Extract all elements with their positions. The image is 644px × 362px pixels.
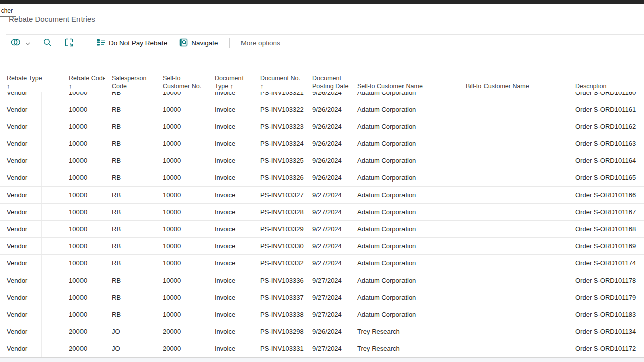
column-header-document-no[interactable]: Document No.↑ xyxy=(254,74,306,90)
cell-bill-to-customer-name xyxy=(459,101,569,118)
cell-rebate-type: Vendor xyxy=(0,118,62,135)
column-header-label: Type ↑ xyxy=(215,82,254,90)
column-header-sell-to-customer-no[interactable]: Sell-toCustomer No. xyxy=(156,74,208,90)
cell-document-type: Invoice xyxy=(208,101,254,118)
do-not-pay-rebate-button[interactable]: Do Not Pay Rebate xyxy=(96,38,167,48)
table-row[interactable]: Vendor20000JO20000InvoicePS-INV1032989/2… xyxy=(0,323,644,340)
cell-sell-to-customer-name: Adatum Corporation xyxy=(351,204,459,220)
cell-document-posting-date: 9/26/2024 xyxy=(306,323,351,340)
cell-sell-to-customer-name: Adatum Corporation xyxy=(351,221,459,237)
search-button[interactable] xyxy=(43,38,52,48)
cell-bill-to-customer-name xyxy=(459,340,569,357)
cell-document-type: Invoice xyxy=(208,118,254,135)
cell-document-type: Invoice xyxy=(208,135,254,152)
cell-sell-to-customer-no: 10000 xyxy=(156,272,208,289)
cell-document-posting-date: 9/26/2024 xyxy=(306,101,351,118)
cell-bill-to-customer-name xyxy=(459,92,569,101)
views-selector-button[interactable] xyxy=(10,38,30,48)
column-header-rebate-code[interactable]: Rebate Code↑ xyxy=(62,74,105,90)
do-not-pay-rebate-icon xyxy=(96,38,105,48)
cell-description: Order S-ORD101164 xyxy=(569,152,644,169)
table-row[interactable]: Vendor20000JO20000InvoicePS-INV1033319/2… xyxy=(0,340,644,357)
rebate-document-entries-page: cher Rebate Document Entries xyxy=(0,0,644,362)
table-row[interactable]: Vendor10000RB10000InvoicePS-INV1033289/2… xyxy=(0,204,644,221)
navigate-label: Navigate xyxy=(191,39,218,47)
cell-rebate-type: Vendor xyxy=(0,255,62,272)
cell-sell-to-customer-no: 10000 xyxy=(156,118,208,135)
cell-document-no: PS-INV103328 xyxy=(254,204,306,220)
cell-bill-to-customer-name xyxy=(459,306,569,323)
cell-document-posting-date: 9/27/2024 xyxy=(306,289,351,306)
column-header-document-type[interactable]: DocumentType ↑ xyxy=(208,74,254,90)
cell-document-no: PS-INV103331 xyxy=(254,340,306,357)
cell-salesperson-code: RB xyxy=(105,169,156,186)
tooltip-text: cher xyxy=(1,7,13,14)
cell-salesperson-code: RB xyxy=(105,101,156,118)
cell-document-posting-date: 9/26/2024 xyxy=(306,92,351,101)
cell-sell-to-customer-name: Adatum Corporation xyxy=(351,255,459,272)
cell-sell-to-customer-name: Adatum Corporation xyxy=(351,169,459,186)
table-row[interactable]: Vendor10000RB10000InvoicePS-INV1033369/2… xyxy=(0,272,644,289)
table-row[interactable]: Vendor10000RB10000InvoicePS-INV1033229/2… xyxy=(0,101,644,118)
navigate-button[interactable]: Navigate xyxy=(179,38,218,48)
more-options-button[interactable]: More options xyxy=(241,39,280,47)
cell-rebate-type: Vendor xyxy=(0,238,62,254)
table-row[interactable]: Vendor10000RB10000InvoicePS-INV1033249/2… xyxy=(0,135,644,152)
analyze-button[interactable] xyxy=(65,38,73,48)
cell-rebate-type: Vendor xyxy=(0,323,62,340)
cell-bill-to-customer-name xyxy=(459,323,569,340)
cell-rebate-code: 10000 xyxy=(62,135,105,152)
table-row[interactable]: Vendor10000RB10000InvoicePS-INV1033389/2… xyxy=(0,306,644,323)
column-header-rebate-type[interactable]: Rebate Type↑ xyxy=(0,74,62,90)
navigate-icon xyxy=(179,38,188,48)
column-header-label: Bill-to Customer Name xyxy=(466,82,569,90)
cell-document-type: Invoice xyxy=(208,289,254,306)
column-header-sell-to-customer-name[interactable]: Sell-to Customer Name xyxy=(351,74,459,90)
column-header-document-posting-date[interactable]: DocumentPosting Date xyxy=(306,74,351,90)
table-row[interactable]: Vendor10000RB10000InvoicePS-INV1033329/2… xyxy=(0,255,644,272)
cell-description: Order S-ORD101162 xyxy=(569,118,644,135)
table-row[interactable]: Vendor10000RB10000InvoicePS-INV1033269/2… xyxy=(0,169,644,187)
cell-rebate-code: 10000 xyxy=(62,101,105,118)
column-header-salesperson-code[interactable]: SalespersonCode xyxy=(105,74,156,90)
cell-document-type: Invoice xyxy=(208,255,254,272)
table-header-row: Rebate Type↑Rebate Code↑SalespersonCodeS… xyxy=(0,74,644,90)
cell-rebate-type: Vendor xyxy=(0,204,62,220)
cell-salesperson-code: RB xyxy=(105,221,156,237)
table-row[interactable]: Vendor10000RB10000InvoicePS-INV1033219/2… xyxy=(0,92,644,101)
table-row[interactable]: Vendor10000RB10000InvoicePS-INV1033379/2… xyxy=(0,289,644,306)
cell-bill-to-customer-name xyxy=(459,238,569,254)
table-row[interactable]: Vendor10000RB10000InvoicePS-INV1033299/2… xyxy=(0,221,644,238)
column-header-label: ↑ xyxy=(260,82,306,90)
cell-bill-to-customer-name xyxy=(459,135,569,152)
cell-bill-to-customer-name xyxy=(459,118,569,135)
cell-description: Order S-ORD101166 xyxy=(569,187,644,203)
cell-document-no: PS-INV103324 xyxy=(254,135,306,152)
search-icon xyxy=(43,38,52,48)
cell-sell-to-customer-name: Adatum Corporation xyxy=(351,92,459,101)
clipped-tooltip: cher xyxy=(0,5,16,17)
column-header-label xyxy=(357,74,459,82)
table-row[interactable]: Vendor10000RB10000InvoicePS-INV1033309/2… xyxy=(0,238,644,255)
cell-sell-to-customer-name: Trey Research xyxy=(351,323,459,340)
action-bar: Do Not Pay Rebate Navigate More options xyxy=(0,34,644,52)
column-header-label: Posting Date xyxy=(312,82,351,90)
cell-description: Order S-ORD101163 xyxy=(569,135,644,152)
cell-salesperson-code: RB xyxy=(105,255,156,272)
cell-document-type: Invoice xyxy=(208,272,254,289)
table-row[interactable]: Vendor10000RB10000InvoicePS-INV1033259/2… xyxy=(0,152,644,169)
cell-sell-to-customer-name: Adatum Corporation xyxy=(351,289,459,306)
cell-rebate-code: 10000 xyxy=(62,152,105,169)
cell-description: Order S-ORD101161 xyxy=(569,101,644,118)
cell-document-posting-date: 9/27/2024 xyxy=(306,187,351,203)
column-header-description[interactable]: Description xyxy=(569,74,644,90)
cell-rebate-type: Vendor xyxy=(0,135,62,152)
table-row[interactable]: Vendor10000RB10000InvoicePS-INV1033239/2… xyxy=(0,118,644,135)
cell-document-no: PS-INV103322 xyxy=(254,101,306,118)
column-header-label: Customer No. xyxy=(163,82,208,90)
column-header-bill-to-customer-name[interactable]: Bill-to Customer Name xyxy=(459,74,569,90)
table-footer-strip xyxy=(0,357,644,362)
cell-rebate-type: Vendor xyxy=(0,289,62,306)
table-row[interactable]: Vendor10000RB10000InvoicePS-INV1033279/2… xyxy=(0,187,644,204)
cell-document-posting-date: 9/26/2024 xyxy=(306,152,351,169)
